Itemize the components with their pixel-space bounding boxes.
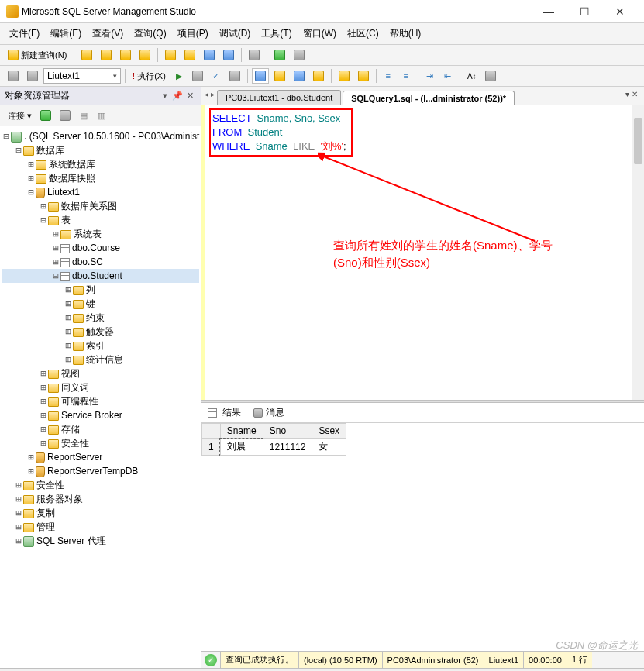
tree-toggle[interactable]: ⊞ — [64, 311, 73, 325]
menu-project[interactable]: 项目(P) — [174, 26, 212, 42]
views-node[interactable]: 视图 — [61, 368, 80, 379]
col-sno[interactable]: Sno — [263, 424, 312, 439]
save-all-button[interactable] — [220, 47, 237, 63]
security-node[interactable]: 安全性 — [36, 480, 64, 490]
liutext-node[interactable]: Liutext1 — [47, 187, 80, 198]
tb2-btn-1[interactable] — [5, 68, 22, 84]
close-panel-icon[interactable]: ✕ — [184, 91, 196, 101]
oe-btn-4[interactable]: ▥ — [94, 108, 109, 123]
constraints-node[interactable]: 约束 — [86, 312, 105, 323]
save-button[interactable] — [201, 47, 218, 63]
tree-toggle[interactable]: ⊞ — [39, 422, 48, 436]
database-combo[interactable]: Liutext1▾ — [43, 68, 121, 84]
tb2-btn-13[interactable] — [355, 68, 372, 84]
programmability-node[interactable]: 可编程性 — [61, 396, 98, 407]
tree-toggle[interactable]: ⊞ — [39, 380, 48, 394]
maximize-button[interactable]: ☐ — [567, 5, 602, 18]
management-node[interactable]: 管理 — [36, 521, 55, 532]
stats-node[interactable]: 统计信息 — [86, 354, 123, 365]
tree-toggle[interactable]: ⊞ — [64, 297, 73, 311]
dropdown-icon[interactable]: ▾ — [159, 91, 171, 101]
results-grid[interactable]: Sname Sno Ssex 1 刘晨 1211112 女 — [201, 423, 644, 651]
new-query-button[interactable]: 新建查询(N) — [5, 47, 70, 63]
object-tree[interactable]: ⊟. (SQL Server 10.50.1600 - PC03\Adminis… — [0, 126, 201, 668]
pin-icon[interactable]: 📌 — [171, 91, 184, 101]
tb2-btn-12[interactable] — [336, 68, 353, 84]
systables-node[interactable]: 系统表 — [74, 229, 102, 239]
sysdb-node[interactable]: 系统数据库 — [49, 159, 95, 170]
tb2-btn-18[interactable]: A↕ — [464, 68, 480, 84]
cell-sname[interactable]: 刘晨 — [220, 439, 263, 456]
indexes-node[interactable]: 索引 — [86, 340, 105, 351]
tb-btn-3[interactable] — [117, 47, 134, 63]
tb2-btn-7[interactable] — [226, 68, 243, 84]
tree-toggle[interactable]: ⊟ — [26, 185, 36, 199]
open-button[interactable] — [162, 47, 179, 63]
comment-button[interactable]: ≡ — [381, 68, 396, 84]
stop-button[interactable] — [189, 68, 206, 84]
tb2-btn-8[interactable] — [252, 68, 269, 84]
tree-toggle[interactable]: ⊞ — [26, 157, 36, 171]
server-node[interactable]: . (SQL Server 10.50.1600 - PC03\Administ — [24, 131, 199, 142]
tree-toggle[interactable]: ⊞ — [14, 534, 23, 548]
student-node[interactable]: dbo.Student — [72, 270, 122, 281]
triggers-node[interactable]: 触发器 — [86, 326, 114, 337]
oe-btn-3[interactable]: ▤ — [76, 108, 91, 123]
tree-toggle[interactable]: ⊞ — [14, 478, 23, 492]
menu-view[interactable]: 查看(V) — [89, 26, 126, 42]
cell-ssex[interactable]: 女 — [312, 439, 346, 456]
col-ssex[interactable]: Ssex — [312, 424, 346, 439]
tab-overflow-icon[interactable]: ▾ ✕ — [625, 90, 638, 98]
open-file-button[interactable] — [181, 47, 198, 63]
close-button[interactable]: ✕ — [602, 5, 638, 18]
sql-editor[interactable]: SELECT Sname, Sno, Ssex FROM Student WHE… — [201, 105, 644, 400]
row-number[interactable]: 1 — [202, 439, 221, 456]
synonyms-node[interactable]: 同义词 — [61, 382, 89, 393]
tree-toggle[interactable]: ⊞ — [51, 255, 60, 269]
tb-btn-4[interactable] — [136, 47, 153, 63]
menu-community[interactable]: 社区(C) — [344, 26, 382, 42]
databases-node[interactable]: 数据库 — [36, 145, 64, 156]
tree-toggle[interactable]: ⊞ — [51, 241, 60, 255]
tree-toggle[interactable]: ⊞ — [39, 366, 48, 380]
tree-toggle[interactable]: ⊞ — [64, 339, 73, 353]
menu-query[interactable]: 查询(Q) — [131, 26, 169, 42]
debug-button[interactable]: ▶ — [171, 68, 187, 84]
minimize-button[interactable]: — — [531, 5, 567, 18]
agent-node[interactable]: SQL Server 代理 — [36, 535, 106, 546]
reportservertemp-node[interactable]: ReportServerTempDB — [47, 466, 138, 477]
security-db-node[interactable]: 安全性 — [61, 438, 89, 449]
tree-toggle[interactable]: ⊞ — [39, 436, 48, 450]
serverobjects-node[interactable]: 服务器对象 — [36, 494, 83, 504]
menu-help[interactable]: 帮助(H) — [387, 26, 425, 42]
snapshot-node[interactable]: 数据库快照 — [49, 173, 95, 184]
replication-node[interactable]: 复制 — [36, 508, 55, 518]
tree-toggle[interactable]: ⊟ — [14, 143, 23, 157]
results-tab[interactable]: 结果 — [208, 406, 241, 419]
tree-toggle[interactable]: ⊞ — [14, 506, 23, 520]
editor-scrollbar[interactable] — [632, 105, 644, 400]
cell-sno[interactable]: 1211112 — [263, 439, 312, 456]
indent-button[interactable]: ⇥ — [422, 68, 438, 84]
messages-tab[interactable]: 消息 — [253, 406, 284, 419]
tb2-btn-19[interactable] — [482, 68, 499, 84]
menu-tools[interactable]: 工具(T) — [258, 26, 294, 42]
servicebroker-node[interactable]: Service Broker — [61, 410, 122, 421]
tree-toggle[interactable]: ⊞ — [26, 450, 36, 464]
tb2-btn-10[interactable] — [291, 68, 308, 84]
connect-button[interactable]: 连接 ▾ — [5, 108, 35, 123]
oe-btn-1[interactable] — [37, 108, 54, 123]
tb2-btn-11[interactable] — [310, 68, 327, 84]
tree-toggle[interactable]: ⊞ — [26, 464, 36, 478]
tree-toggle[interactable]: ⊞ — [64, 353, 73, 366]
tb2-btn-9[interactable] — [271, 68, 288, 84]
table-row[interactable]: 1 刘晨 1211112 女 — [202, 439, 346, 456]
tb-btn-9[interactable] — [246, 47, 263, 63]
tab-student[interactable]: PC03.Liutext1 - dbo.Student — [217, 90, 341, 105]
oe-btn-2[interactable] — [57, 108, 74, 123]
menu-debug[interactable]: 调试(D) — [216, 26, 254, 42]
sc-node[interactable]: dbo.SC — [72, 256, 103, 267]
tb-btn-1[interactable] — [78, 47, 95, 63]
keys-node[interactable]: 键 — [86, 298, 95, 309]
tree-toggle[interactable]: ⊞ — [64, 283, 73, 297]
